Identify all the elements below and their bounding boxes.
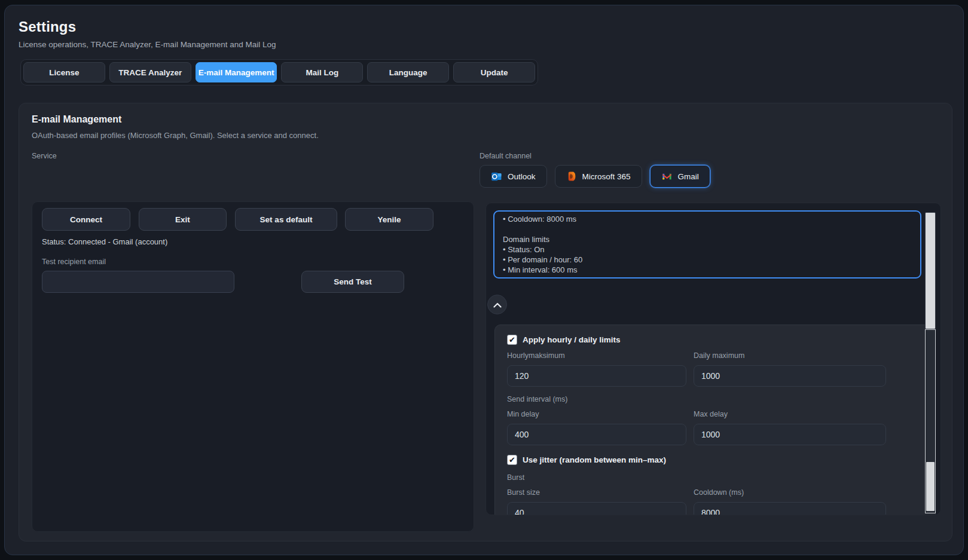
tab-language[interactable]: Language bbox=[367, 62, 449, 82]
section-title: E-mail Management bbox=[32, 114, 121, 125]
apply-limits-row: ✔ Apply hourly / daily limits bbox=[507, 333, 923, 345]
min-delay-label: Min delay bbox=[507, 410, 686, 420]
screen: Settings License operations, TRACE Analy… bbox=[0, 0, 968, 560]
channel-button-outlook[interactable]: Outlook bbox=[480, 165, 547, 188]
default-channel-label: Default channel bbox=[480, 152, 532, 160]
channel-info-box: • Cooldown: 8000 ms Domain limits • Stat… bbox=[493, 210, 921, 279]
max-delay-input[interactable] bbox=[694, 424, 886, 445]
channel-button-gmail[interactable]: Gmail bbox=[650, 165, 710, 188]
settings-window: Settings License operations, TRACE Analy… bbox=[4, 5, 964, 555]
apply-limits-label: Apply hourly / daily limits bbox=[523, 335, 621, 344]
scrollbar-thumb-outer[interactable] bbox=[925, 212, 936, 329]
refresh-button[interactable]: Yenile bbox=[345, 208, 433, 231]
set-as-default-button[interactable]: Set as default bbox=[235, 208, 337, 231]
tab-mail-log[interactable]: Mail Log bbox=[281, 62, 363, 82]
info-line: • Cooldown: 8000 ms bbox=[503, 214, 912, 224]
settings-tabbar: License TRACE Analyzer E-mail Management… bbox=[20, 59, 538, 85]
burst-label: Burst bbox=[507, 473, 923, 484]
jitter-row: ✔ Use jitter (random between min–max) bbox=[507, 454, 923, 466]
channel-settings-panel: • Cooldown: 8000 ms Domain limits • Stat… bbox=[485, 203, 941, 515]
connection-status-text: Status: Connected - Gmail (account) bbox=[42, 237, 167, 246]
default-channel-group: Outlook Mic bbox=[480, 165, 710, 188]
page-title: Settings bbox=[19, 19, 76, 35]
hourly-daily-grid: Hourlymaksimum Daily maximum bbox=[507, 345, 923, 387]
service-panel: Connect Exit Set as default Yenile Statu… bbox=[32, 201, 474, 532]
max-delay-label: Max delay bbox=[694, 410, 886, 420]
exit-button[interactable]: Exit bbox=[139, 208, 227, 231]
apply-limits-checkbox[interactable]: ✔ bbox=[507, 335, 517, 345]
info-line bbox=[503, 224, 912, 234]
daily-max-input[interactable] bbox=[694, 365, 886, 387]
test-recipient-label: Test recipient email bbox=[42, 258, 106, 266]
jitter-label: Use jitter (random between min–max) bbox=[523, 455, 666, 464]
hourly-max-input[interactable] bbox=[507, 365, 686, 387]
scrollbar-track-inner[interactable] bbox=[925, 329, 936, 513]
jitter-checkbox[interactable]: ✔ bbox=[507, 455, 517, 465]
cooldown-input[interactable] bbox=[694, 502, 886, 515]
info-line: • Status: On bbox=[503, 244, 912, 255]
burst-size-label: Burst size bbox=[507, 488, 686, 498]
delay-grid: Min delay Max delay bbox=[507, 405, 923, 445]
test-recipient-input[interactable] bbox=[42, 271, 234, 293]
page-subtitle: License operations, TRACE Analyzer, E-ma… bbox=[19, 40, 276, 49]
scrollbar-thumb-inner[interactable] bbox=[926, 462, 935, 511]
tab-trace-analyzer[interactable]: TRACE Analyzer bbox=[109, 62, 191, 82]
daily-max-label: Daily maximum bbox=[694, 351, 886, 362]
channel-label: Outlook bbox=[508, 172, 536, 181]
section-description: OAuth-based email profiles (Microsoft Gr… bbox=[32, 131, 319, 140]
gmail-icon bbox=[661, 171, 673, 182]
info-line: Domain limits bbox=[503, 234, 912, 244]
channel-label: Microsoft 365 bbox=[582, 172, 631, 181]
burst-size-input[interactable] bbox=[507, 502, 686, 515]
email-management-card: E-mail Management OAuth-based email prof… bbox=[19, 103, 952, 541]
burst-grid: Burst size Cooldown (ms) bbox=[507, 484, 923, 515]
channel-label: Gmail bbox=[678, 172, 699, 181]
chevron-up-icon bbox=[493, 299, 502, 310]
send-interval-label: Send interval (ms) bbox=[507, 395, 923, 405]
send-test-button[interactable]: Send Test bbox=[301, 271, 404, 293]
channel-button-microsoft365[interactable]: Microsoft 365 bbox=[555, 165, 642, 188]
tab-email-management[interactable]: E-mail Management bbox=[196, 62, 277, 82]
info-line: • Per domain / hour: 60 bbox=[503, 255, 912, 265]
limits-form: ✔ Apply hourly / daily limits Hourlymaks… bbox=[494, 325, 936, 515]
tab-update[interactable]: Update bbox=[453, 62, 535, 82]
collapse-button[interactable] bbox=[487, 295, 507, 314]
cooldown-label: Cooldown (ms) bbox=[694, 488, 886, 498]
service-label: Service bbox=[32, 152, 57, 160]
connect-button[interactable]: Connect bbox=[42, 208, 130, 231]
outlook-icon bbox=[491, 171, 502, 182]
microsoft365-icon bbox=[566, 171, 577, 182]
info-line: • Min interval: 600 ms bbox=[503, 265, 912, 275]
hourly-max-label: Hourlymaksimum bbox=[507, 351, 686, 362]
tab-license[interactable]: License bbox=[23, 62, 105, 82]
min-delay-input[interactable] bbox=[507, 424, 686, 445]
